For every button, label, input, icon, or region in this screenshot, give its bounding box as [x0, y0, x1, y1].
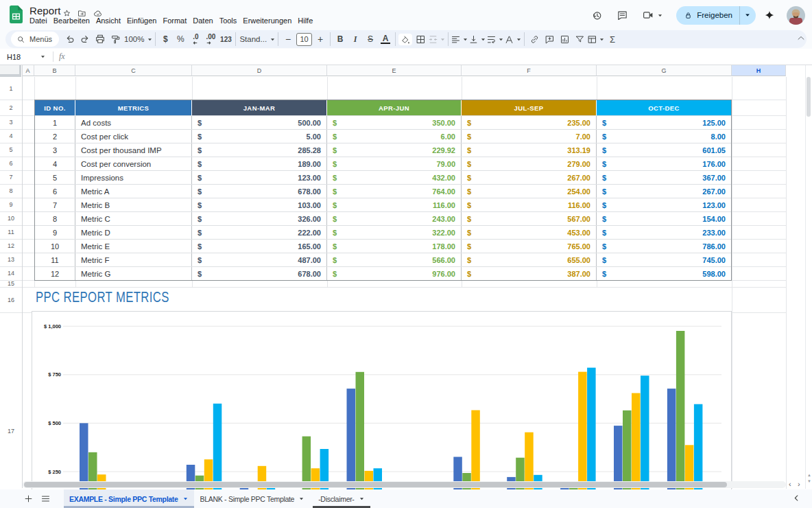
cell-value[interactable]: $313.19: [462, 143, 597, 157]
cell-value[interactable]: $5.00: [192, 130, 327, 143]
cell-id[interactable]: 12: [35, 267, 75, 280]
cell-id[interactable]: 10: [35, 240, 75, 253]
cell-id[interactable]: 2: [35, 130, 75, 143]
format-percent-button[interactable]: %: [173, 31, 188, 47]
row-header-9[interactable]: 9: [0, 198, 22, 211]
text-color-button[interactable]: A: [378, 31, 393, 47]
cell-value[interactable]: $285.28: [192, 143, 327, 157]
cell-id[interactable]: 11: [35, 253, 75, 266]
cell-metric[interactable]: Metric G: [75, 267, 192, 280]
cell-value[interactable]: $6.00: [327, 130, 462, 143]
cell-value[interactable]: $976.00: [327, 267, 462, 280]
cell-value[interactable]: $267.00: [597, 185, 731, 198]
name-box-caret-icon[interactable]: [40, 54, 46, 60]
cell-value[interactable]: $123.00: [597, 198, 731, 211]
cell-value[interactable]: $254.00: [462, 185, 597, 198]
cell-metric[interactable]: Ad costs: [75, 116, 192, 129]
cell-value[interactable]: $176.00: [597, 157, 731, 170]
cell-id[interactable]: 3: [35, 143, 75, 157]
cell-value[interactable]: $322.00: [327, 226, 462, 239]
sheet-tab-caret-icon[interactable]: [298, 496, 304, 502]
strikethrough-button[interactable]: S: [363, 31, 378, 47]
cell-value[interactable]: $432.00: [327, 171, 462, 184]
sheet-tab-caret-icon[interactable]: [359, 496, 365, 502]
search-menus-pill[interactable]: Menüs: [11, 32, 59, 47]
paint-format-button[interactable]: [108, 31, 123, 47]
collapse-toolbar-icon[interactable]: [797, 34, 805, 43]
menu-item-daten[interactable]: Daten: [192, 16, 213, 25]
borders-button[interactable]: [413, 31, 428, 47]
cell-value[interactable]: $745.00: [597, 253, 731, 266]
cell-value[interactable]: $7.00: [462, 130, 597, 143]
print-button[interactable]: [93, 31, 108, 47]
cell-value[interactable]: $123.00: [192, 171, 327, 184]
cell-value[interactable]: $350.00: [327, 116, 462, 129]
column-header-E[interactable]: E: [327, 65, 462, 76]
scroll-down-icon[interactable]: ▼: [807, 479, 812, 483]
column-header-C[interactable]: C: [75, 65, 192, 76]
table-views-select[interactable]: [587, 31, 605, 47]
menu-item-format[interactable]: Format: [162, 16, 187, 25]
add-sheet-icon[interactable]: [23, 494, 34, 504]
column-header-A[interactable]: A: [22, 65, 34, 76]
column-header-D[interactable]: D: [192, 65, 327, 76]
zoom-select[interactable]: 100%: [123, 31, 153, 47]
row-header-3[interactable]: 3: [0, 115, 22, 129]
scroll-right-icon[interactable]: ›: [798, 480, 800, 489]
menu-item-datei[interactable]: Datei: [29, 16, 48, 25]
cell-metric[interactable]: Cost per conversion: [75, 157, 192, 170]
column-header-F[interactable]: F: [462, 65, 597, 76]
insert-comment-button[interactable]: [542, 31, 557, 47]
insert-chart-button[interactable]: [557, 31, 572, 47]
document-title[interactable]: Report: [29, 5, 61, 16]
name-box[interactable]: H18: [0, 53, 40, 61]
cell-id[interactable]: 4: [35, 157, 75, 170]
cell-value[interactable]: $8.00: [597, 130, 731, 143]
cell-metric[interactable]: Cost per click: [75, 130, 192, 143]
vertical-scrollbar-thumb[interactable]: [807, 77, 811, 117]
cell-value[interactable]: $79.00: [327, 157, 462, 170]
insert-link-button[interactable]: [527, 31, 542, 47]
bold-button[interactable]: B: [333, 31, 348, 47]
fill-color-button[interactable]: [398, 31, 413, 47]
horizontal-align-select[interactable]: [451, 31, 468, 47]
cell-value[interactable]: $154.00: [597, 212, 731, 225]
scroll-left-icon[interactable]: ‹: [789, 480, 791, 489]
sheet-tab-1[interactable]: EXAMPLE - Simple PPC Template: [64, 489, 194, 508]
text-wrapping-select[interactable]: [486, 31, 504, 47]
row-header-1[interactable]: 1: [0, 77, 22, 100]
cell-value[interactable]: $222.00: [192, 226, 327, 239]
cell-value[interactable]: $500.00: [192, 116, 327, 129]
cell-value[interactable]: $566.00: [327, 253, 462, 266]
cell-id[interactable]: 5: [35, 171, 75, 184]
redo-button[interactable]: [77, 31, 93, 47]
cell-id[interactable]: 1: [35, 116, 75, 129]
cell-value[interactable]: $765.00: [462, 240, 597, 253]
cell-metric[interactable]: Metric F: [75, 253, 192, 266]
cell-value[interactable]: $116.00: [462, 198, 597, 211]
column-header-H[interactable]: H: [732, 65, 786, 76]
cell-id[interactable]: 8: [35, 212, 75, 225]
cell-value[interactable]: $116.00: [327, 198, 462, 211]
cell-value[interactable]: $125.00: [597, 116, 731, 129]
sheet-tab-3[interactable]: -Disclaimer-: [313, 489, 370, 508]
cell-value[interactable]: $165.00: [192, 240, 327, 253]
cell-value[interactable]: $326.00: [192, 212, 327, 225]
ppc-bar-chart[interactable]: $ 250$ 500$ 750$ 1,000: [32, 311, 732, 490]
cell-value[interactable]: $279.00: [462, 157, 597, 170]
menu-item-bearbeiten[interactable]: Bearbeiten: [53, 16, 91, 25]
increase-decimal-button[interactable]: .00: [203, 31, 218, 47]
cell-value[interactable]: $786.00: [597, 240, 731, 253]
create-filter-button[interactable]: [572, 31, 587, 47]
more-formats-button[interactable]: 123: [218, 31, 233, 47]
cell-id[interactable]: 9: [35, 226, 75, 239]
cell-value[interactable]: $189.00: [192, 157, 327, 170]
cell-value[interactable]: $678.00: [192, 185, 327, 198]
scroll-up-icon[interactable]: ▲: [807, 473, 812, 477]
share-button[interactable]: Freigeben: [676, 6, 756, 25]
share-dropdown[interactable]: [740, 6, 756, 25]
cell-value[interactable]: $598.00: [597, 267, 731, 280]
cell-metric[interactable]: Metric D: [75, 226, 192, 239]
menu-item-tools[interactable]: Tools: [219, 16, 238, 25]
cell-value[interactable]: $678.00: [192, 267, 327, 280]
